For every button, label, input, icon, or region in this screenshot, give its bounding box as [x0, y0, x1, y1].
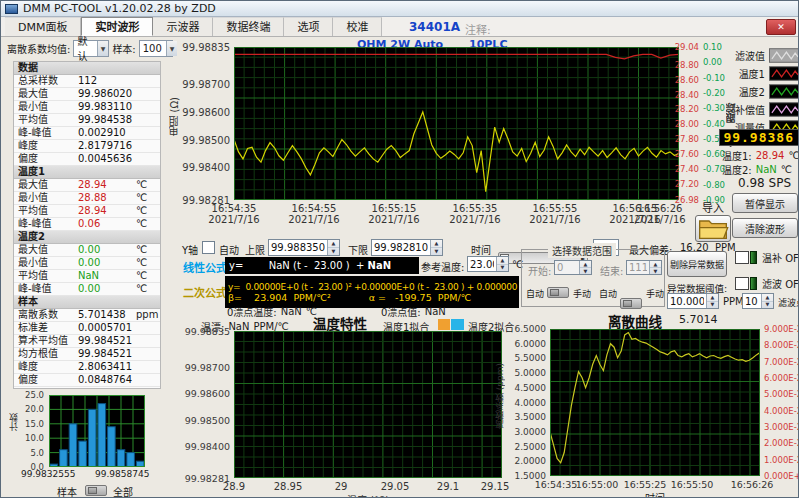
- legend-row[interactable]: 滤波值: [735, 46, 799, 64]
- trace-swatch-icon[interactable]: [769, 48, 799, 63]
- main-waveform-chart[interactable]: [234, 47, 679, 200]
- filter-points-field[interactable]: ▲▼: [742, 293, 774, 309]
- stat-unit: [136, 88, 160, 100]
- outlier-threshold-input[interactable]: [668, 294, 706, 308]
- upper-limit-field[interactable]: ▲▼: [268, 239, 340, 256]
- trace-swatch-icon[interactable]: [769, 102, 799, 117]
- range-start-spinner[interactable]: ▲▼: [579, 261, 591, 274]
- spin-down-icon[interactable]: ▼: [580, 268, 591, 274]
- spin-down-icon[interactable]: ▼: [707, 302, 718, 309]
- chevron-down-icon[interactable]: ▼: [166, 41, 178, 56]
- legend-row[interactable]: 温度1: [735, 64, 799, 82]
- app-window: DMM PC-TOOL v1.20.02.28 by ZDD DMM面板实时波形…: [0, 0, 799, 498]
- tab-3[interactable]: 示波器: [153, 17, 213, 36]
- filter-points-input[interactable]: [743, 294, 761, 308]
- disp-chart-title: 离散曲线: [608, 311, 662, 331]
- spin-down-icon[interactable]: ▼: [650, 268, 661, 274]
- disp-chart-value: 5.7014: [679, 313, 718, 326]
- stat-unit: ℃: [136, 179, 160, 191]
- range-start-input[interactable]: [555, 261, 579, 274]
- trace-swatch-icon[interactable]: [769, 66, 799, 81]
- ref-temp-input[interactable]: [468, 257, 496, 271]
- import-label: 导入: [702, 199, 724, 215]
- chevron-down-icon[interactable]: ▼: [97, 41, 109, 56]
- axis-tick: 16:56:26: [717, 479, 787, 490]
- disp-mean-select[interactable]: 默认▼: [73, 40, 109, 57]
- filter-points-spinner[interactable]: ▲▼: [761, 294, 773, 308]
- range-end-mode-toggle[interactable]: [620, 298, 642, 309]
- range-end-spinner[interactable]: ▲▼: [649, 261, 661, 274]
- switch-box-icon[interactable]: [735, 251, 749, 264]
- axis-tick-date: 2021/7/16: [520, 214, 590, 225]
- quad-alpha: α = -199.75 PPM/℃: [369, 292, 472, 303]
- legend-row[interactable]: 温度2: [735, 82, 799, 100]
- outlier-threshold-field[interactable]: ▲▼: [667, 293, 719, 309]
- pause-display-button[interactable]: 暂停显示: [732, 193, 798, 213]
- axis-tick: 16:54:55: [279, 203, 349, 214]
- axis-tick: 6.0000: [515, 339, 547, 349]
- spin-down-icon[interactable]: ▼: [762, 302, 773, 309]
- histogram-mode-left-label: 样本: [57, 484, 77, 498]
- stats-table: 数据总采样数112最大值99.986020最小值99.983110平均值99.9…: [13, 61, 161, 389]
- temp-comp-switch[interactable]: 温补 OFF: [735, 250, 799, 265]
- axis-tick: 1.000E-2: [764, 455, 799, 465]
- outlier-threshold-spinner[interactable]: ▲▼: [706, 294, 718, 308]
- sample-count-select[interactable]: 100▼: [139, 40, 173, 57]
- stats-section-header: 数据: [14, 62, 160, 75]
- lower-limit-spinner[interactable]: ▲▼: [430, 240, 442, 255]
- stat-unit: ℃: [136, 218, 160, 230]
- dispersion-curve-chart[interactable]: [550, 329, 760, 476]
- legend-row[interactable]: 补偿值: [735, 100, 799, 118]
- lower-limit-field[interactable]: ▲▼: [371, 239, 443, 256]
- import-folder-button[interactable]: [695, 215, 731, 242]
- stat-row: 算术平均值99.984521: [14, 335, 160, 348]
- spin-up-icon[interactable]: ▲: [650, 261, 661, 268]
- temp-characteristic-chart[interactable]: [234, 331, 502, 478]
- ref-temp-field[interactable]: ▲▼: [467, 256, 509, 272]
- switch-bar-icon: [750, 251, 757, 264]
- clear-waveform-button[interactable]: 清除波形: [732, 218, 798, 238]
- tab-4[interactable]: 数据终端: [213, 17, 284, 36]
- spin-up-icon[interactable]: ▲: [328, 240, 339, 248]
- yaxis-auto-label: 自动: [219, 242, 239, 257]
- trace-swatch-icon[interactable]: [769, 84, 799, 99]
- disp-chart-yaxis: 6.50006.00005.50005.00004.50004.00003.50…: [507, 329, 547, 476]
- tab-1[interactable]: DMM面板: [5, 17, 81, 36]
- temp2-value: NaN: [756, 164, 777, 175]
- yaxis-auto-checkbox[interactable]: [202, 241, 215, 254]
- fit2-swatch-icon[interactable]: [451, 319, 464, 330]
- tab-5[interactable]: 选项: [284, 17, 333, 36]
- range-start-mode-toggle[interactable]: [547, 287, 569, 298]
- range-end-input[interactable]: [627, 261, 649, 274]
- stat-value: 99.984521: [78, 335, 136, 347]
- spin-down-icon[interactable]: ▼: [328, 248, 339, 255]
- stat-row: 平均值NaN℃: [14, 270, 160, 283]
- spin-up-icon[interactable]: ▲: [431, 240, 442, 248]
- spin-down-icon[interactable]: ▼: [431, 248, 442, 255]
- close-button[interactable]: ✕: [766, 19, 796, 35]
- fit1-swatch-icon[interactable]: [438, 319, 450, 330]
- remove-outliers-button[interactable]: 剔除异常数据: [667, 251, 727, 277]
- lower-limit-input[interactable]: [372, 240, 430, 255]
- range-end-field[interactable]: ▲▼: [626, 260, 662, 275]
- spin-up-icon[interactable]: ▲: [580, 261, 591, 268]
- window-title: DMM PC-TOOL v1.20.02.28 by ZDD: [23, 2, 216, 15]
- filter-switch[interactable]: 滤波 OFF: [735, 276, 799, 291]
- axis-tick: 7.000E-2: [764, 357, 799, 367]
- axis-tick: 8.000E-2: [764, 340, 799, 350]
- stat-row: 最大值0.00℃: [14, 244, 160, 257]
- switch-box-icon[interactable]: [735, 277, 749, 290]
- temp1-label: 温度1:: [722, 148, 752, 163]
- spin-down-icon[interactable]: ▼: [497, 265, 508, 272]
- tab-6[interactable]: 校准: [333, 17, 382, 36]
- histogram-chart[interactable]: [49, 395, 145, 467]
- histogram-xmax: 99.9858745: [95, 469, 149, 479]
- histogram-mode-toggle[interactable]: [85, 485, 107, 496]
- upper-limit-input[interactable]: [269, 240, 327, 255]
- range-start-field[interactable]: ▲▼: [554, 260, 592, 275]
- ref-temp-spinner[interactable]: ▲▼: [496, 257, 508, 271]
- lower-limit-label: 下限: [348, 242, 368, 257]
- stat-unit: ℃: [136, 192, 160, 204]
- axis-tick: 15.0: [25, 419, 44, 429]
- upper-limit-spinner[interactable]: ▲▼: [327, 240, 339, 255]
